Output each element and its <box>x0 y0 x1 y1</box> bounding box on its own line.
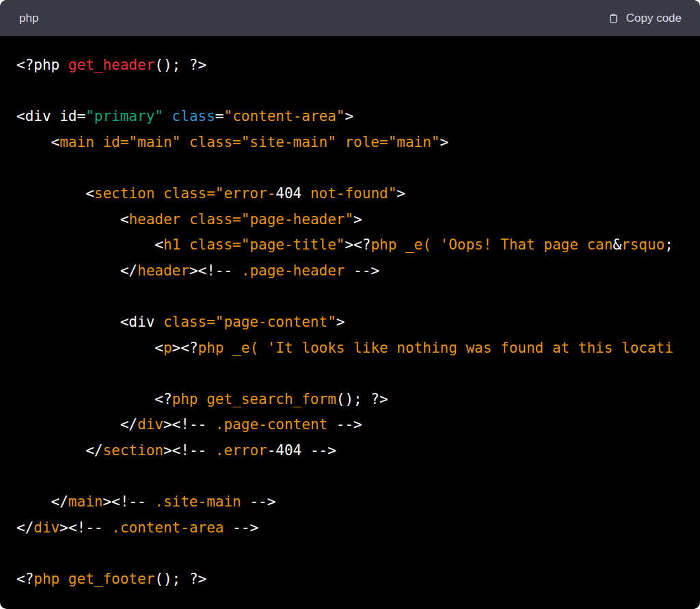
copy-code-button[interactable]: Copy code <box>608 12 682 25</box>
copy-code-label: Copy code <box>626 12 682 25</box>
language-label: php <box>19 12 38 25</box>
clipboard-icon <box>608 12 620 25</box>
code-block: php Copy code <?php get_header(); ?> <di… <box>0 0 700 609</box>
code-line <box>16 79 700 105</box>
code-line: <header class="page-header"> <box>16 207 700 233</box>
code-line: </main><!-- .site-main --> <box>16 489 700 515</box>
code-line: <?php get_header(); ?> <box>16 53 700 79</box>
code-line: </section><!-- .error-404 --> <box>16 438 700 464</box>
code-line: <section class="error-404 not-found"> <box>16 181 700 207</box>
code-line <box>16 284 700 310</box>
code-line: </div><!-- .page-content --> <box>16 412 700 438</box>
code-content[interactable]: <?php get_header(); ?> <div id="primary"… <box>0 36 700 609</box>
code-line <box>16 464 700 490</box>
code-line: </header><!-- .page-header --> <box>16 258 700 284</box>
code-line <box>16 155 700 181</box>
code-line <box>16 541 700 567</box>
code-line: <?php get_footer(); ?> <box>16 567 700 593</box>
code-line: </div><!-- .content-area --> <box>16 515 700 541</box>
code-line: <?php get_search_form(); ?> <box>16 387 700 413</box>
code-line: <p><?php _e( 'It looks like nothing was … <box>16 336 700 362</box>
code-line: <div id="primary" class="content-area"> <box>16 104 700 130</box>
code-line: <main id="main" class="site-main" role="… <box>16 130 700 156</box>
code-block-header: php Copy code <box>0 0 700 36</box>
code-line: <h1 class="page-title"><?php _e( 'Oops! … <box>16 232 700 258</box>
code-line: <div class="page-content"> <box>16 310 700 336</box>
code-line <box>16 361 700 387</box>
